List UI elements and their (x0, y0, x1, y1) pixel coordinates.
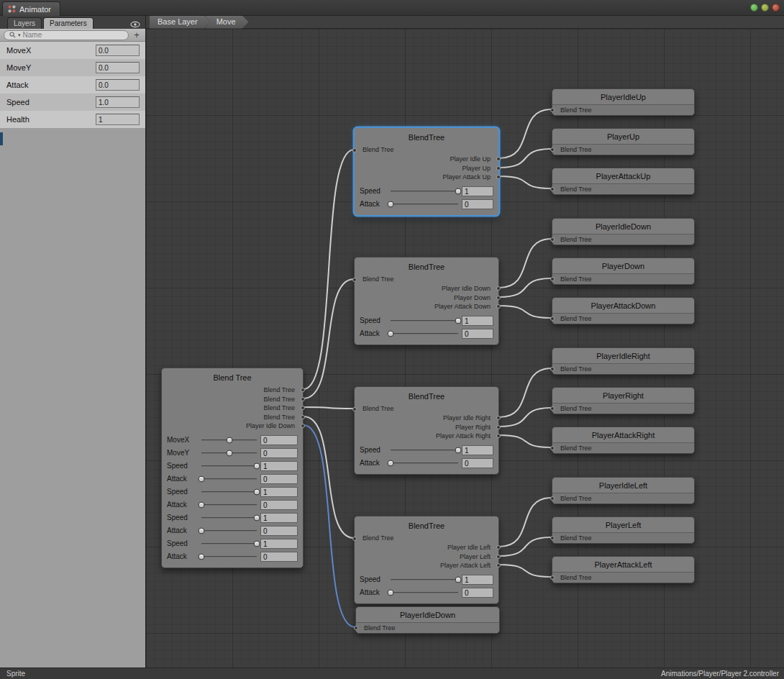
input-pin[interactable] (550, 277, 555, 281)
minimize-button[interactable] (750, 4, 758, 12)
node-player-up[interactable]: PlayerUpBlend Tree (552, 128, 695, 155)
output-pin[interactable] (496, 157, 501, 161)
slider-value-field[interactable]: 1 (462, 186, 493, 196)
input-pin[interactable] (550, 536, 555, 540)
node-player-idle-left[interactable]: PlayerIdleLeftBlend Tree (552, 477, 695, 504)
tab-layers[interactable]: Layers (7, 17, 42, 29)
slider-value-field[interactable]: 1 (260, 513, 298, 523)
connection-wire[interactable] (499, 176, 552, 188)
slider-thumb[interactable] (254, 540, 260, 547)
slider-thumb[interactable] (254, 514, 260, 521)
parameter-row[interactable]: Health (0, 111, 145, 128)
slider-thumb[interactable] (455, 447, 462, 453)
input-pin[interactable] (352, 407, 357, 411)
slider-thumb[interactable] (254, 462, 260, 469)
output-pin[interactable] (496, 425, 501, 429)
breadcrumb-move[interactable]: Move (205, 16, 249, 29)
slider-value-field[interactable]: 0 (260, 448, 298, 458)
output-pin[interactable] (496, 175, 501, 179)
node-blendtree-up[interactable]: BlendTreeBlend TreePlayer Idle UpPlayer … (354, 127, 499, 216)
slider-thumb[interactable] (455, 317, 462, 324)
node-blendtree-right[interactable]: BlendTreeBlend TreePlayer Idle RightPlay… (354, 386, 499, 475)
slider-value-field[interactable]: 0 (260, 435, 298, 445)
attack-slider[interactable] (391, 460, 458, 467)
slider-thumb[interactable] (199, 527, 205, 534)
output-pin[interactable] (301, 415, 305, 419)
node-player-left[interactable]: PlayerLeftBlend Tree (552, 516, 695, 544)
add-parameter-button[interactable]: + (132, 30, 142, 40)
node-player-idle-down[interactable]: PlayerIdleDownBlend Tree (552, 218, 695, 245)
slider-value-field[interactable]: 0 (462, 329, 493, 339)
connection-wire[interactable] (499, 149, 552, 168)
slider-value-field[interactable]: 0 (462, 458, 493, 468)
attack-slider[interactable] (201, 527, 257, 534)
output-pin[interactable] (496, 416, 501, 420)
slider-thumb[interactable] (226, 437, 232, 443)
input-pin[interactable] (550, 406, 555, 411)
output-pin[interactable] (496, 286, 501, 291)
node-blendtree-down[interactable]: BlendTreeBlend TreePlayer Idle DownPlaye… (354, 257, 499, 345)
input-pin[interactable] (550, 575, 555, 580)
node-player-attack-right[interactable]: PlayerAttackRightBlend Tree (552, 427, 695, 454)
slider-value-field[interactable]: 1 (260, 539, 298, 549)
input-pin[interactable] (550, 446, 555, 450)
slider-thumb[interactable] (388, 330, 394, 337)
visibility-eye-icon[interactable] (130, 18, 140, 31)
search-field[interactable]: ▾ (4, 30, 129, 40)
parameter-value-field[interactable] (96, 62, 140, 73)
input-pin[interactable] (550, 187, 555, 191)
maximize-button[interactable] (761, 4, 769, 12)
attack-slider[interactable] (391, 201, 458, 208)
speed-slider[interactable] (201, 462, 257, 470)
attack-slider[interactable] (391, 589, 458, 596)
output-pin[interactable] (301, 397, 305, 401)
input-pin[interactable] (550, 147, 555, 152)
graph-canvas[interactable]: Blend TreeBlend TreeBlend TreeBlend Tree… (146, 29, 784, 667)
node-player-down[interactable]: PlayerDownBlend Tree (552, 258, 695, 285)
input-pin[interactable] (550, 316, 555, 321)
search-input[interactable] (23, 31, 123, 39)
parameter-row[interactable]: Attack (0, 76, 145, 94)
output-pin[interactable] (301, 388, 305, 392)
slider-thumb[interactable] (254, 488, 260, 495)
connection-wire[interactable] (499, 435, 552, 447)
speed-slider[interactable] (201, 540, 257, 547)
connection-wire[interactable] (499, 109, 552, 158)
slider-value-field[interactable]: 1 (260, 461, 298, 471)
connection-wire[interactable] (304, 150, 354, 389)
node-player-attack-up[interactable]: PlayerAttackUpBlend Tree (552, 168, 695, 195)
parameter-row[interactable]: MoveX (0, 42, 145, 59)
output-pin[interactable] (496, 296, 501, 300)
node-player-idle-down-state[interactable]: PlayerIdleDownBlend Tree (355, 606, 500, 634)
slider-thumb[interactable] (388, 201, 394, 207)
connection-wire[interactable] (499, 537, 552, 556)
slider-thumb[interactable] (388, 589, 394, 596)
slider-value-field[interactable]: 1 (462, 316, 493, 326)
input-pin[interactable] (352, 278, 357, 282)
connection-wire[interactable] (304, 407, 354, 409)
parameter-value-field[interactable] (96, 45, 140, 56)
slider-value-field[interactable]: 0 (462, 588, 493, 598)
speed-slider[interactable] (391, 576, 458, 583)
parameter-value-field[interactable] (96, 114, 140, 125)
input-pin[interactable] (550, 496, 555, 501)
connection-wire[interactable] (499, 368, 552, 417)
speed-slider[interactable] (201, 488, 257, 496)
input-pin[interactable] (550, 237, 555, 242)
parameter-row[interactable]: Speed (0, 94, 145, 111)
node-player-idle-up[interactable]: PlayerIdleUpBlend Tree (552, 88, 695, 116)
slider-thumb[interactable] (388, 460, 394, 466)
connection-wire-active[interactable] (304, 425, 355, 627)
output-pin[interactable] (496, 563, 501, 568)
output-pin[interactable] (496, 304, 501, 309)
slider-value-field[interactable]: 0 (260, 474, 298, 484)
attack-slider[interactable] (201, 501, 257, 509)
slider-thumb[interactable] (455, 576, 462, 583)
input-pin[interactable] (550, 367, 555, 371)
node-blendtree-left[interactable]: BlendTreeBlend TreePlayer Idle LeftPlaye… (354, 516, 499, 604)
slider-value-field[interactable]: 0 (260, 552, 298, 562)
slider-thumb[interactable] (226, 450, 232, 456)
output-pin[interactable] (301, 424, 305, 428)
attack-slider[interactable] (201, 553, 257, 560)
slider-value-field[interactable]: 0 (260, 526, 298, 536)
